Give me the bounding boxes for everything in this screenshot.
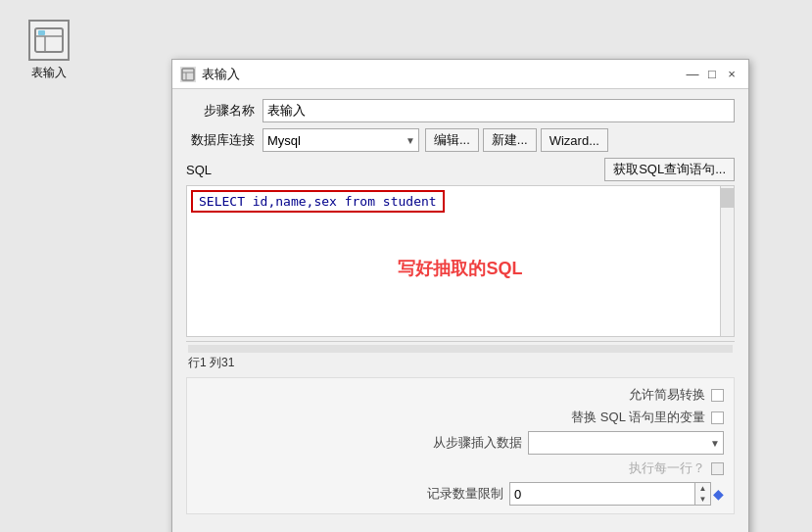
new-button[interactable]: 新建... <box>483 128 537 152</box>
db-connection-row: 数据库连接 Mysql ▼ 编辑... 新建... Wizard... <box>186 128 735 152</box>
minimize-button[interactable]: — <box>684 66 701 83</box>
limit-row: 记录数量限制 ▲ ▼ ◆ <box>197 482 724 506</box>
dialog-body: 步骤名称 数据库连接 Mysql ▼ 编辑... 新建... Wizard...… <box>172 89 748 532</box>
sql-highlight-box: SELECT id,name,sex from student <box>191 190 445 213</box>
wizard-button[interactable]: Wizard... <box>541 128 608 152</box>
cursor-status: 行1 列31 <box>188 356 234 369</box>
status-row: 行1 列31 <box>186 355 735 371</box>
titlebar-controls: — □ × <box>684 66 740 83</box>
replace-var-row: 替换 SQL 语句里的变量 <box>197 409 724 426</box>
exec-each-row-label: 执行每一行？ <box>629 459 705 477</box>
dialog-title-icon <box>180 67 196 82</box>
desktop-icon-label: 表输入 <box>31 65 67 81</box>
dialog-title: 表输入 <box>202 66 240 83</box>
close-button[interactable]: × <box>723 66 740 83</box>
dialog-titlebar: 表输入 — □ × <box>172 60 748 89</box>
sql-horizontal-scrollbar[interactable] <box>186 341 735 355</box>
sql-header-row: SQL 获取SQL查询语句... <box>186 158 735 181</box>
db-select[interactable]: Mysql <box>263 128 419 152</box>
sql-scrollbar-thumb <box>721 188 734 208</box>
step-name-input[interactable] <box>263 99 735 122</box>
insert-step-label: 从步骤插入数据 <box>433 434 522 452</box>
titlebar-left: 表输入 <box>180 66 240 83</box>
db-connection-label: 数据库连接 <box>186 131 255 149</box>
options-section: 允许简易转换 替换 SQL 语句里的变量 从步骤插入数据 ▼ 执 <box>186 377 735 514</box>
sql-editor-wrap: SELECT id,name,sex from student 写好抽取的SQL <box>186 185 735 337</box>
insert-step-row: 从步骤插入数据 ▼ <box>197 431 724 455</box>
fetch-sql-button[interactable]: 获取SQL查询语句... <box>604 158 735 181</box>
replace-var-checkbox[interactable] <box>711 411 724 424</box>
limit-input-wrap: ▲ ▼ ◆ <box>509 482 724 506</box>
sql-highlight-text: SELECT id,name,sex from student <box>199 194 437 209</box>
allow-simple-row: 允许简易转换 <box>197 386 724 404</box>
exec-each-row: 执行每一行？ <box>197 459 724 477</box>
exec-each-row-checkbox <box>711 462 724 475</box>
replace-var-label: 替换 SQL 语句里的变量 <box>571 409 705 426</box>
step-name-label: 步骤名称 <box>186 102 255 120</box>
table-input-icon <box>28 20 70 61</box>
db-select-wrap: Mysql ▼ <box>263 128 419 152</box>
sql-hint-text: 写好抽取的SQL <box>398 257 522 280</box>
table-input-dialog: 表输入 — □ × 步骤名称 数据库连接 Mysql ▼ 编辑... 新建...… <box>171 59 749 532</box>
allow-simple-label: 允许简易转换 <box>629 386 705 404</box>
limit-spin-up[interactable]: ▲ <box>695 483 710 494</box>
limit-spinner[interactable]: ▲ ▼ <box>695 482 711 506</box>
sql-label: SQL <box>186 163 212 177</box>
svg-rect-3 <box>38 30 45 35</box>
limit-diamond-icon: ◆ <box>713 486 724 502</box>
step-name-row: 步骤名称 <box>186 99 735 122</box>
desktop-icon-table-input[interactable]: 表输入 <box>20 20 78 81</box>
svg-rect-4 <box>182 69 194 80</box>
insert-step-select[interactable] <box>528 431 724 455</box>
allow-simple-checkbox[interactable] <box>711 389 724 402</box>
sql-scrollbar-track <box>188 345 733 353</box>
maximize-button[interactable]: □ <box>703 66 721 83</box>
limit-label: 记录数量限制 <box>427 485 503 503</box>
limit-spin-down[interactable]: ▼ <box>695 494 710 505</box>
limit-input[interactable] <box>509 482 695 506</box>
sql-vertical-scrollbar[interactable] <box>720 186 734 336</box>
edit-button[interactable]: 编辑... <box>425 128 479 152</box>
insert-step-select-wrap: ▼ <box>528 431 724 455</box>
